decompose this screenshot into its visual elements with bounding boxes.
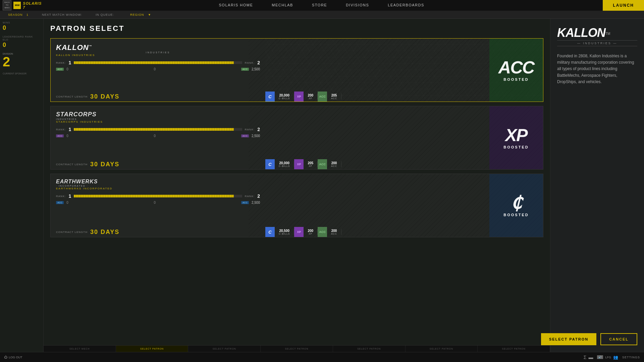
sponsor-label: CURRENT SPONSOR (3, 72, 41, 75)
acc-badge-kallon: ACC (56, 68, 64, 71)
rank-row-earthwerks: RANK: 1 RANK: 2 (56, 193, 260, 199)
elo-label: ELO (3, 39, 41, 41)
nav-mechlab[interactable]: MECHLAB (262, 0, 303, 11)
top-navigation: BACKTOMWO MW SOLARIS 7 SOLARIS HOME MECH… (0, 0, 644, 11)
starcorps-boosted-label: BOOSTED (503, 145, 529, 149)
step-select-patron-6: SELECT PATRON (478, 346, 550, 352)
kallon-corp-title: KALLON INDUSTRIES (56, 54, 260, 57)
rank-bar-earthwerks (74, 195, 242, 197)
bottom-buttons: SELECT PATRON CANCEL (541, 333, 637, 345)
mw-icon: MW (13, 2, 21, 9)
next-match-info: NEXT MATCH WINDOW: (42, 13, 82, 16)
cbills-icon-kallon: C (265, 92, 275, 102)
patron-logo-starcorps: STARCORPS INDUSTRIES STARCORPS INDUSTRIE… (56, 111, 260, 123)
nav-solaris-home[interactable]: SOLARIS HOME (210, 0, 263, 11)
nav-store[interactable]: STORE (303, 0, 336, 11)
earthwerks-boost-icon: ₵ (511, 194, 522, 212)
season-info: SEASON 1 (5, 13, 29, 16)
sigma-icon: Σ (584, 355, 587, 360)
earthwerks-inc-sub: · INCORPORATED · (56, 185, 260, 187)
contract-row-starcorps: CONTRACT LENGTH 30 DAYS (51, 159, 265, 169)
logo-area: BACKTOMWO MW SOLARIS 7 (0, 0, 40, 10)
sponsor-section: CURRENT SPONSOR (3, 72, 41, 75)
rewards-row-starcorps: C 20,000 C-BILLS XP 205 XP ACC 200 ACC (265, 159, 543, 169)
acc-icon-starcorps-reward: ACC (318, 159, 327, 169)
contract-row-kallon: CONTRACT LENGTH 30 DAYS (51, 92, 265, 102)
rank-row-kallon: RANK: 1 RANK: 2 (56, 60, 260, 65)
patron-accent-earthwerks: ₵ BOOSTED C 20,500 C-BILLS XP 200 XP ACC (265, 174, 543, 237)
contract-days-kallon: 30 DAYS (90, 93, 119, 100)
nav-divisions[interactable]: DIVISIONS (336, 0, 378, 11)
reward-cbills-earthwerks: 20,500 C-BILLS (275, 229, 294, 235)
reward-xp-starcorps: 205 XP (304, 161, 318, 167)
select-patron-button[interactable]: SELECT PATRON (541, 333, 596, 345)
logout-icon: ⏻ (4, 355, 7, 359)
wins-label: WINS (3, 21, 41, 24)
status-bar: ⏻ LOG OUT Σ ▬ 🔊 LFG 👥 SETTINGS (0, 352, 644, 362)
acc-row-starcorps: ACC 0 0 ACC 2,500 (56, 134, 260, 138)
rewards-row-earthwerks: C 20,500 C-BILLS XP 200 XP ACC 200 ACC (265, 227, 543, 237)
patron-logo-kallon: KALLON™ INDUSTRIES KALLON INDUSTRIES (56, 43, 260, 57)
logout-label: LOG OUT (9, 356, 22, 359)
region-info: REGION ▼ (127, 13, 151, 16)
patron-accent-kallon: ACC BOOSTED C 20,000 C-BILLS XP 200 XP A… (265, 39, 543, 102)
kallon-boost-icon: ACC (498, 59, 534, 76)
rp-logo-main: KALLON (557, 26, 605, 40)
acc-icon-kallon-reward: ACC (318, 92, 327, 102)
acc-icon-earthwerks-reward: ACC (318, 227, 327, 237)
page-title: PATRON SELECT (50, 24, 543, 33)
acc-row-kallon: ACC 0 0 ACC 2,500 (56, 67, 260, 71)
patron-card-kallon[interactable]: KALLON™ INDUSTRIES KALLON INDUSTRIES RAN… (50, 38, 543, 102)
nav-leaderboards[interactable]: LEADERBOARDS (378, 0, 433, 11)
kallon-boosted-label: BOOSTED (503, 77, 529, 81)
lfg-label: LFG (605, 356, 611, 359)
rewards-row-kallon: C 20,000 C-BILLS XP 200 XP ACC 205 ACC (265, 92, 543, 102)
settings-label[interactable]: SETTINGS (622, 356, 640, 359)
reward-cbills-starcorps: 20,000 C-BILLS (275, 161, 294, 167)
starcorps-corp-title: STARCORPS INDUSTRIES (56, 120, 260, 123)
patron-card-earthwerks[interactable]: EARTHWERKS · INCORPORATED · EARTHWERKS I… (50, 174, 543, 237)
reward-acc-kallon: 205 ACC (327, 94, 341, 100)
logout-button[interactable]: ⏻ LOG OUT (4, 355, 22, 359)
rank-bar-kallon (74, 61, 242, 64)
step-select-patron-1: SELECT PATRON (116, 346, 189, 352)
cancel-button[interactable]: CANCEL (600, 333, 637, 345)
starcorps-boost-icon: XP (505, 126, 527, 144)
acc-badge-earthwerks: ACC (56, 201, 64, 204)
cbills-icon-earthwerks: C (265, 227, 275, 237)
wins-section: WINS 0 (3, 21, 41, 32)
step-select-patron-5: SELECT PATRON (406, 346, 478, 352)
rp-logo-sub: — INDUSTRIES — (557, 40, 637, 46)
rank-section: LEADERBOARD RANK ELO 0 (3, 36, 41, 49)
step-select-patron-4: SELECT PATRON (333, 346, 406, 352)
game-logo: SOLARIS 7 (23, 1, 42, 9)
step-bar: SELECT MECH SELECT PATRON SELECT PATRON … (44, 345, 550, 352)
reward-acc-starcorps: 200 ACC (327, 161, 341, 167)
wins-value: 0 (3, 24, 41, 32)
starcorps-industries-sub: INDUSTRIES (56, 118, 260, 120)
acc-row-earthwerks: ACC 0 0 ACC 2,500 (56, 201, 260, 204)
rank-left-label-kallon: RANK: (56, 61, 66, 64)
rank-label: LEADERBOARD RANK (3, 36, 41, 38)
division-section: DIVISION 2 (3, 53, 41, 68)
patron-accent-starcorps: XP BOOSTED C 20,000 C-BILLS XP 205 XP AC… (265, 106, 543, 169)
step-select-mech: SELECT MECH (44, 346, 116, 352)
rank-value: 0 (3, 42, 41, 49)
nav-launch-button[interactable]: LAUNCH (603, 0, 644, 11)
sub-header: SEASON 1 NEXT MATCH WINDOW: IN QUEUE: RE… (0, 11, 644, 19)
patron-card-starcorps[interactable]: STARCORPS INDUSTRIES STARCORPS INDUSTRIE… (50, 106, 543, 170)
cbills-icon-starcorps: C (265, 159, 275, 169)
earthwerks-logo-text: EARTHWERKS (56, 179, 260, 185)
xp-icon-earthwerks: XP (294, 227, 304, 237)
starcorps-logo-text: STARCORPS (56, 111, 260, 118)
reward-xp-earthwerks: 200 XP (304, 229, 318, 235)
rp-logo-sup: TM (605, 32, 610, 36)
rp-description: Founded in 2808, Kallon Industries is a … (557, 53, 637, 85)
rank-left-val-kallon: 1 (68, 60, 71, 65)
patron-logo-earthwerks: EARTHWERKS · INCORPORATED · EARTHWERKS I… (56, 179, 260, 190)
voice-icon: 🔊 (597, 355, 603, 359)
xp-icon-kallon: XP (294, 92, 304, 102)
back-to-mwo-button[interactable]: BACKTOMWO (3, 0, 11, 10)
rank-bar-starcorps (74, 128, 242, 131)
acc-badge-right-kallon: ACC (241, 68, 249, 71)
